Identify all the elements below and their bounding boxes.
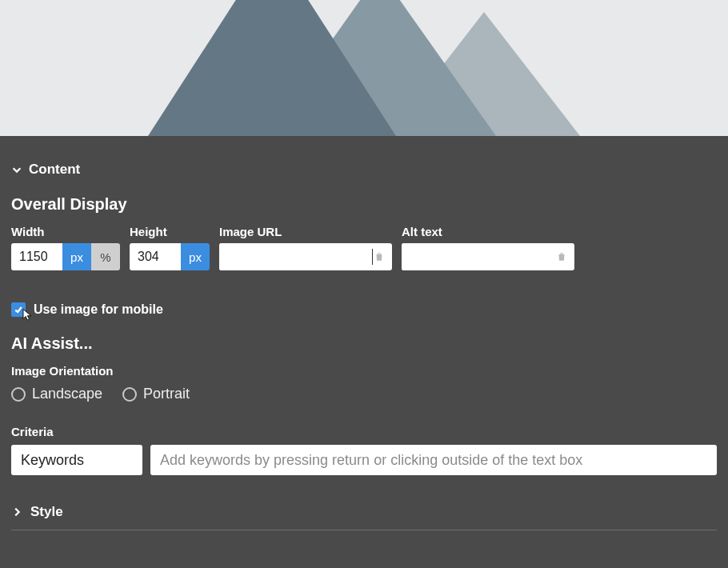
- chevron-right-icon: [11, 506, 22, 518]
- criteria-select[interactable]: Keywords: [11, 445, 142, 475]
- image-preview: [0, 0, 728, 136]
- trash-icon[interactable]: [555, 250, 568, 263]
- radio-icon: [11, 387, 26, 402]
- style-section-header[interactable]: Style: [11, 480, 717, 530]
- alt-text-input[interactable]: [402, 243, 555, 270]
- height-input[interactable]: [130, 243, 181, 270]
- width-input[interactable]: [11, 243, 62, 270]
- radio-icon: [122, 387, 137, 402]
- use-image-mobile-label: Use image for mobile: [34, 302, 163, 317]
- placeholder-image-icon: [140, 0, 588, 136]
- overall-display-header: Overall Display: [11, 195, 717, 214]
- height-unit-px[interactable]: px: [181, 243, 210, 270]
- radio-label: Portrait: [143, 386, 190, 402]
- use-image-mobile-checkbox[interactable]: [11, 302, 26, 317]
- orientation-portrait-radio[interactable]: Portrait: [122, 386, 190, 402]
- alt-text-label: Alt text: [402, 225, 574, 238]
- criteria-select-value: Keywords: [21, 452, 84, 469]
- width-label: Width: [11, 225, 120, 238]
- orientation-label: Image Orientation: [11, 364, 717, 378]
- image-url-label: Image URL: [219, 225, 392, 238]
- image-url-input[interactable]: [219, 243, 371, 270]
- trash-icon[interactable]: [373, 250, 386, 263]
- criteria-keywords-input[interactable]: [160, 452, 707, 469]
- chevron-down-icon: [11, 164, 22, 175]
- width-unit-px[interactable]: px: [62, 243, 91, 270]
- width-unit-percent[interactable]: %: [91, 243, 120, 270]
- content-section-header[interactable]: Content: [11, 147, 717, 186]
- criteria-label: Criteria: [11, 425, 717, 438]
- radio-label: Landscape: [32, 386, 102, 402]
- height-label: Height: [130, 225, 210, 238]
- ai-assist-header: AI Assist...: [11, 334, 717, 353]
- section-title: Style: [30, 504, 63, 520]
- section-title: Content: [29, 162, 80, 178]
- orientation-landscape-radio[interactable]: Landscape: [11, 386, 102, 402]
